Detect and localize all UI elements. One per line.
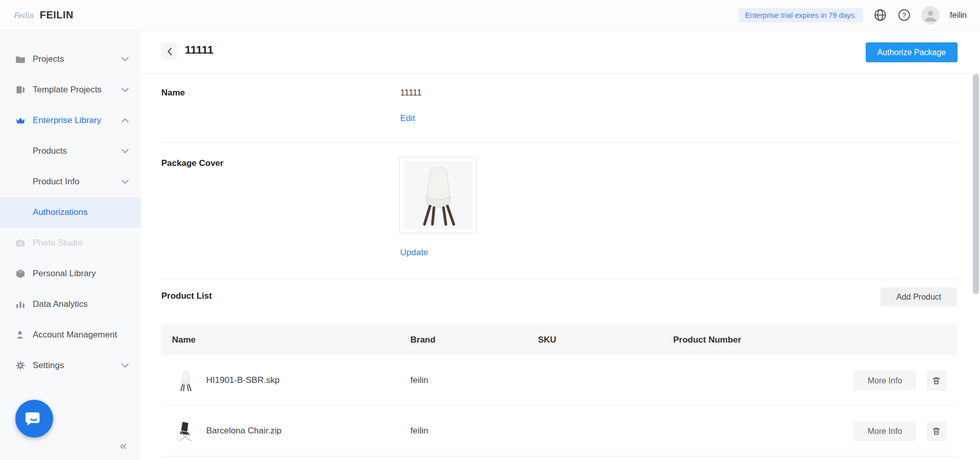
sidebar-item-data-analytics[interactable]: Data Analytics bbox=[0, 289, 141, 320]
main-content: 11111 Authorize Package Name 11111 Edit … bbox=[141, 31, 980, 460]
trial-badge: Enterprise trial expires in 79 days. bbox=[739, 8, 863, 22]
chevron-down-icon bbox=[121, 180, 129, 184]
sidebar-item-label: Data Analytics bbox=[33, 299, 88, 309]
sidebar-item-enterprise-library[interactable]: Enterprise Library bbox=[0, 105, 141, 136]
person-icon bbox=[15, 330, 26, 340]
product-brand: feilin bbox=[410, 375, 428, 385]
sidebar-item-products[interactable]: Products bbox=[0, 136, 141, 166]
update-link[interactable]: Update bbox=[400, 248, 428, 258]
divider bbox=[161, 142, 958, 143]
product-name: HI1901-B-SBR.skp bbox=[206, 375, 280, 385]
sidebar: ProjectsTemplate ProjectsEnterprise Libr… bbox=[0, 31, 141, 460]
chevron-down-icon bbox=[121, 149, 129, 153]
sidebar-item-label: Personal Library bbox=[33, 269, 96, 279]
sidebar-item-label: Enterprise Library bbox=[33, 115, 101, 126]
package-cover-image[interactable] bbox=[399, 157, 477, 233]
sidebar-nav: ProjectsTemplate ProjectsEnterprise Libr… bbox=[0, 31, 141, 381]
chevron-left-icon bbox=[167, 47, 172, 56]
sidebar-item-label: Template Projects bbox=[33, 85, 102, 95]
sidebar-item-personal-library[interactable]: Personal Library bbox=[0, 258, 141, 289]
folder-icon bbox=[15, 54, 26, 64]
sidebar-item-label: Settings bbox=[33, 360, 64, 371]
back-button[interactable] bbox=[161, 43, 177, 60]
sidebar-item-label: Projects bbox=[33, 54, 64, 64]
column-header-sku: SKU bbox=[538, 335, 556, 345]
authorize-package-button[interactable]: Authorize Package bbox=[866, 42, 958, 62]
table-body: HI1901-B-SBR.skpfeilinMore InfoBarcelona… bbox=[161, 355, 958, 456]
name-label: Name bbox=[161, 88, 185, 98]
sidebar-item-label: Product Info bbox=[33, 177, 80, 187]
sidebar-item-label: Account Management bbox=[33, 330, 117, 340]
white-chair-thumbnail bbox=[177, 370, 194, 392]
sidebar-item-label: Products bbox=[33, 146, 67, 156]
bar-chart-icon bbox=[15, 299, 26, 309]
edit-link[interactable]: Edit bbox=[400, 113, 415, 124]
divider bbox=[161, 279, 958, 279]
product-table: Name Brand SKU Product Number HI1901-B-S… bbox=[161, 324, 958, 456]
product-name: Barcelona Chair.zip bbox=[206, 426, 281, 436]
sidebar-item-settings[interactable]: Settings bbox=[0, 350, 141, 381]
package-cover-label: Package Cover bbox=[161, 158, 224, 168]
globe-icon[interactable] bbox=[873, 8, 887, 22]
sidebar-item-authorizations[interactable]: Authorizations bbox=[0, 197, 141, 228]
chevron-up-icon bbox=[121, 118, 129, 123]
chevron-down-icon bbox=[121, 57, 129, 61]
column-header-product-number: Product Number bbox=[673, 335, 741, 345]
column-header-name: Name bbox=[172, 335, 195, 345]
gear-icon bbox=[15, 360, 26, 371]
cube-icon bbox=[15, 269, 26, 279]
page-header: 11111 Authorize Package bbox=[141, 31, 980, 74]
trash-icon bbox=[932, 376, 941, 385]
chat-bubble-button[interactable] bbox=[15, 400, 53, 438]
vertical-scrollbar[interactable] bbox=[973, 74, 979, 294]
top-bar: Feilin FEILIN Enterprise trial expires i… bbox=[0, 0, 980, 31]
trash-icon bbox=[932, 426, 941, 436]
table-row: Barcelona Chair.zipfeilinMore Info bbox=[161, 406, 958, 456]
collapse-sidebar-icon[interactable]: « bbox=[120, 440, 127, 452]
svg-text:?: ? bbox=[902, 11, 906, 19]
camera-icon bbox=[15, 238, 26, 248]
sidebar-item-photo-studio: Photo Studio bbox=[0, 228, 141, 258]
username[interactable]: feilin bbox=[950, 11, 967, 20]
table-header: Name Brand SKU Product Number bbox=[161, 324, 958, 355]
sidebar-item-product-info[interactable]: Product Info bbox=[0, 166, 141, 197]
page-title: 11111 bbox=[185, 43, 213, 57]
product-brand: feilin bbox=[410, 426, 428, 436]
logo-icon: Feilin bbox=[13, 11, 34, 19]
add-product-button[interactable]: Add Product bbox=[880, 287, 957, 306]
template-icon bbox=[15, 85, 26, 95]
sidebar-item-label: Authorizations bbox=[33, 207, 88, 217]
black-chair-thumbnail bbox=[177, 420, 194, 442]
more-info-button[interactable]: More Info bbox=[853, 421, 916, 441]
delete-product-button[interactable] bbox=[926, 371, 946, 391]
table-row: HI1901-B-SBR.skpfeilinMore Info bbox=[161, 355, 958, 406]
more-info-button[interactable]: More Info bbox=[853, 371, 916, 391]
delete-product-button[interactable] bbox=[926, 421, 946, 441]
topbar-right: Enterprise trial expires in 79 days. ? f… bbox=[739, 6, 967, 25]
sidebar-item-label: Photo Studio bbox=[33, 238, 82, 248]
avatar[interactable] bbox=[921, 6, 940, 25]
product-list-title: Product List bbox=[161, 291, 212, 301]
sidebar-item-account-management[interactable]: Account Management bbox=[0, 320, 141, 350]
sidebar-item-template-projects[interactable]: Template Projects bbox=[0, 75, 141, 105]
brand-name: FEILIN bbox=[40, 9, 74, 21]
column-header-brand: Brand bbox=[410, 335, 435, 345]
chevron-down-icon bbox=[121, 88, 129, 92]
name-value: 11111 bbox=[400, 88, 422, 98]
chevron-down-icon bbox=[121, 364, 129, 368]
sidebar-item-projects[interactable]: Projects bbox=[0, 44, 141, 75]
crown-icon bbox=[15, 115, 26, 126]
white-chair-image bbox=[404, 161, 472, 229]
help-icon[interactable]: ? bbox=[897, 8, 911, 22]
chat-bubble-icon bbox=[24, 409, 44, 428]
